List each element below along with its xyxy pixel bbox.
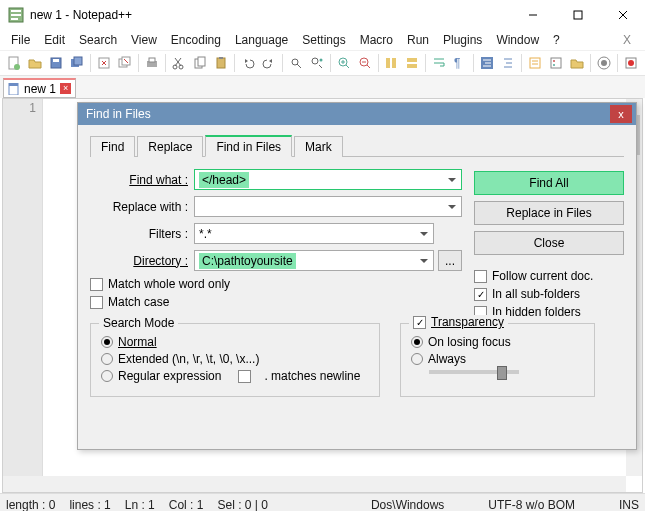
radio-normal[interactable]: Normal bbox=[101, 335, 369, 349]
app-icon bbox=[8, 7, 24, 23]
svg-rect-28 bbox=[217, 58, 225, 68]
tab-close-icon[interactable]: × bbox=[60, 83, 71, 94]
tab-find[interactable]: Find bbox=[90, 136, 135, 157]
svg-rect-2 bbox=[11, 14, 21, 16]
find-icon[interactable] bbox=[286, 53, 306, 73]
radio-always[interactable]: Always bbox=[411, 352, 584, 366]
undo-icon[interactable] bbox=[238, 53, 258, 73]
status-length: length : 0 bbox=[6, 498, 55, 512]
menu-help[interactable]: ? bbox=[546, 31, 567, 49]
menu-plugins[interactable]: Plugins bbox=[436, 31, 489, 49]
in-subfolders-checkbox[interactable]: In all sub-folders bbox=[474, 287, 624, 301]
svg-point-59 bbox=[553, 60, 555, 62]
match-case-checkbox[interactable]: Match case bbox=[90, 295, 380, 309]
wrap-icon[interactable] bbox=[429, 53, 449, 73]
funclist-icon[interactable] bbox=[546, 53, 566, 73]
line-gutter: 1 bbox=[3, 99, 43, 492]
replace-with-input[interactable] bbox=[194, 196, 462, 217]
svg-point-64 bbox=[628, 60, 634, 66]
paste-icon[interactable] bbox=[211, 53, 231, 73]
tab-find-in-files[interactable]: Find in Files bbox=[205, 135, 292, 157]
dialog-title: Find in Files bbox=[86, 107, 610, 121]
svg-line-37 bbox=[346, 65, 349, 68]
replace-in-files-button[interactable]: Replace in Files bbox=[474, 201, 624, 225]
svg-rect-5 bbox=[574, 11, 582, 19]
window-title: new 1 - Notepad++ bbox=[30, 8, 510, 22]
menu-language[interactable]: Language bbox=[228, 31, 295, 49]
outdent-icon[interactable] bbox=[498, 53, 518, 73]
cut-icon[interactable] bbox=[169, 53, 189, 73]
status-eol: Dos\Windows bbox=[371, 498, 444, 512]
radio-on-losing-focus[interactable]: On losing focus bbox=[411, 335, 584, 349]
showchars-icon[interactable]: ¶ bbox=[450, 53, 470, 73]
record-icon[interactable] bbox=[621, 53, 641, 73]
svg-rect-55 bbox=[530, 58, 540, 68]
line-number: 1 bbox=[29, 101, 36, 115]
directory-input[interactable]: C:\pathtoyoursite bbox=[194, 250, 434, 271]
close-button-dialog[interactable]: Close bbox=[474, 231, 624, 255]
svg-rect-42 bbox=[392, 58, 396, 68]
indent-icon[interactable] bbox=[477, 53, 497, 73]
sync-v-icon[interactable] bbox=[382, 53, 402, 73]
svg-point-62 bbox=[601, 60, 607, 66]
zoomout-icon[interactable] bbox=[355, 53, 375, 73]
filters-input[interactable]: *.* bbox=[194, 223, 434, 244]
menubar: File Edit Search View Encoding Language … bbox=[0, 30, 645, 50]
radio-regex[interactable]: Regular expression . matches newline bbox=[101, 369, 369, 383]
menu-settings[interactable]: Settings bbox=[295, 31, 352, 49]
close-button[interactable] bbox=[600, 1, 645, 30]
minimize-button[interactable] bbox=[510, 1, 555, 30]
follow-current-doc-checkbox[interactable]: Follow current doc. bbox=[474, 269, 624, 283]
menu-window[interactable]: Window bbox=[489, 31, 546, 49]
svg-point-33 bbox=[319, 59, 322, 62]
menu-run[interactable]: Run bbox=[400, 31, 436, 49]
radio-extended[interactable]: Extended (\n, \r, \t, \0, \x...) bbox=[101, 352, 369, 366]
status-ln: Ln : 1 bbox=[125, 498, 155, 512]
zoomin-icon[interactable] bbox=[334, 53, 354, 73]
transparency-checkbox[interactable]: Transparency bbox=[409, 315, 508, 329]
find-all-button[interactable]: Find All bbox=[474, 171, 624, 195]
transparency-slider[interactable] bbox=[429, 370, 519, 374]
menu-search[interactable]: Search bbox=[72, 31, 124, 49]
menu-macro[interactable]: Macro bbox=[353, 31, 400, 49]
status-encoding: UTF-8 w/o BOM bbox=[488, 498, 575, 512]
maximize-button[interactable] bbox=[555, 1, 600, 30]
monitor-icon[interactable] bbox=[594, 53, 614, 73]
print-icon[interactable] bbox=[142, 53, 162, 73]
menu-close-doc[interactable]: X bbox=[613, 31, 641, 49]
svg-rect-13 bbox=[74, 57, 82, 65]
menu-file[interactable]: File bbox=[4, 31, 37, 49]
open-icon[interactable] bbox=[25, 53, 45, 73]
closeall-icon[interactable] bbox=[115, 53, 135, 73]
close-doc-icon[interactable] bbox=[94, 53, 114, 73]
matches-newline-checkbox[interactable] bbox=[238, 370, 251, 383]
save-icon[interactable] bbox=[46, 53, 66, 73]
browse-button[interactable]: ... bbox=[438, 250, 462, 271]
svg-rect-66 bbox=[9, 83, 18, 86]
tab-label: new 1 bbox=[24, 82, 56, 96]
dialog-tabs: Find Replace Find in Files Mark bbox=[90, 135, 624, 157]
menu-view[interactable]: View bbox=[124, 31, 164, 49]
tab-mark[interactable]: Mark bbox=[294, 136, 343, 157]
redo-icon[interactable] bbox=[259, 53, 279, 73]
menu-encoding[interactable]: Encoding bbox=[164, 31, 228, 49]
dialog-titlebar[interactable]: Find in Files x bbox=[78, 103, 636, 125]
find-what-input[interactable]: </head> bbox=[194, 169, 462, 190]
status-sel: Sel : 0 | 0 bbox=[217, 498, 267, 512]
folderasws-icon[interactable] bbox=[567, 53, 587, 73]
doclist-icon[interactable] bbox=[525, 53, 545, 73]
match-whole-word-checkbox[interactable]: Match whole word only bbox=[90, 277, 380, 291]
transparency-group: Transparency On losing focus Always bbox=[400, 323, 595, 397]
dialog-close-button[interactable]: x bbox=[610, 105, 632, 123]
replace-icon[interactable] bbox=[307, 53, 327, 73]
doc-icon bbox=[8, 83, 20, 95]
menu-edit[interactable]: Edit bbox=[37, 31, 72, 49]
copy-icon[interactable] bbox=[190, 53, 210, 73]
tab-replace[interactable]: Replace bbox=[137, 136, 203, 157]
document-tab[interactable]: new 1 × bbox=[3, 78, 76, 98]
sync-h-icon[interactable] bbox=[402, 53, 422, 73]
horizontal-scrollbar[interactable] bbox=[3, 476, 626, 492]
status-mode: INS bbox=[619, 498, 639, 512]
saveall-icon[interactable] bbox=[67, 53, 87, 73]
new-icon[interactable] bbox=[4, 53, 24, 73]
